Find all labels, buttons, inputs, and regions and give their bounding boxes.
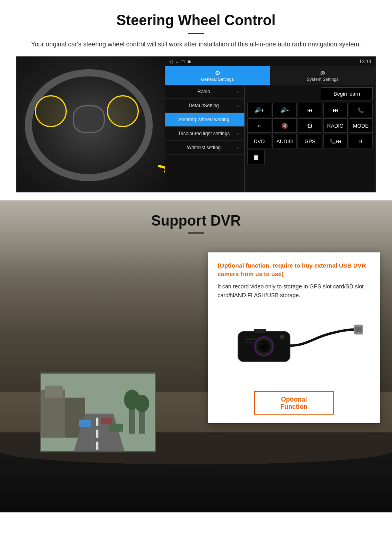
ctrl-back[interactable]: ↩ xyxy=(247,118,271,133)
dvr-info-card: (Optional function, require to buy exter… xyxy=(208,252,380,423)
tab-general-label: General Settings xyxy=(201,77,234,82)
ctrl-power[interactable]: ⏻ xyxy=(298,118,322,133)
dvr-optional-text: (Optional function, require to buy exter… xyxy=(218,261,370,278)
svg-rect-18 xyxy=(96,430,98,438)
svg-rect-19 xyxy=(96,442,98,450)
statusbar-nav-icons: ◁ ○ □ ■ xyxy=(169,59,191,64)
menu-item-steering-wheel[interactable]: Steering Wheel learning › xyxy=(165,113,244,127)
steering-wheel-section: Steering Wheel Control Your original car… xyxy=(0,0,392,200)
menu-icon: ■ xyxy=(188,59,191,64)
ctrl-dvd[interactable]: DVD xyxy=(247,134,271,148)
android-mockup: ◁ ○ □ ■ 13:13 ⚙ General Settings ⊛ Syste… xyxy=(16,56,376,192)
ctrl-next-track[interactable]: ⏭ xyxy=(323,103,347,117)
chevron-right-icon-5: › xyxy=(237,145,239,150)
svg-rect-10 xyxy=(245,338,257,340)
android-ui-panel: ◁ ○ □ ■ 13:13 ⚙ General Settings ⊛ Syste… xyxy=(165,57,375,192)
dvr-divider xyxy=(188,232,204,234)
svg-rect-22 xyxy=(109,424,123,432)
section1-subtitle: Your original car's steering wheel contr… xyxy=(24,40,368,49)
statusbar-clock: 13:13 xyxy=(359,59,371,64)
svg-point-9 xyxy=(280,335,284,339)
dvr-camera-illustration xyxy=(218,306,370,386)
tab-system-settings[interactable]: ⊛ System Settings xyxy=(270,66,375,85)
dashcam-footage-svg xyxy=(41,374,156,452)
svg-point-7 xyxy=(260,343,263,345)
svg-rect-1 xyxy=(355,327,362,332)
steering-control-panel: Begin learn 🔊+ 🔊- ⏮ ⏭ 📞 ↩ 🔇 ⏻ RADIO MODE xyxy=(245,85,375,192)
menu-whitelist-label: Whitelist setting xyxy=(170,145,237,150)
ctrl-vol-down[interactable]: 🔊- xyxy=(272,103,296,117)
ctrl-extra[interactable]: 📋 xyxy=(247,150,265,164)
recents-icon: □ xyxy=(182,59,184,64)
ctrl-radio[interactable]: RADIO xyxy=(323,118,347,133)
ctrl-phone-prev[interactable]: 📞⏮ xyxy=(323,134,347,148)
section1-title: Steering Wheel Control xyxy=(16,12,376,29)
callout-circle-left xyxy=(35,95,67,127)
chevron-right-icon: › xyxy=(237,89,239,94)
menu-defaultsetting-label: DefaultSetting xyxy=(170,103,237,108)
control-buttons-grid: 🔊+ 🔊- ⏮ ⏭ 📞 ↩ 🔇 ⏻ RADIO MODE DVD AUDIO G… xyxy=(247,103,373,148)
ctrl-vol-up[interactable]: 🔊+ xyxy=(247,103,271,117)
svg-rect-20 xyxy=(79,420,91,427)
ctrl-mode[interactable]: MODE xyxy=(349,118,373,133)
section1-divider xyxy=(188,33,204,34)
back-icon: ◁ xyxy=(169,59,172,64)
dvr-description: It can record video only to storage in G… xyxy=(218,282,370,300)
chevron-right-icon-3: › xyxy=(237,117,239,122)
steering-wheel-hub xyxy=(73,105,105,133)
tab-general-settings[interactable]: ⚙ General Settings xyxy=(165,66,270,85)
dvr-section: Support DVR (Optional function, require … xyxy=(0,200,392,512)
callout-circle-right xyxy=(107,95,139,127)
svg-rect-11 xyxy=(245,342,253,343)
ctrl-phone[interactable]: 📞 xyxy=(349,103,373,117)
ctrl-mute[interactable]: 🔇 xyxy=(272,118,296,133)
settings-content: Radio › DefaultSetting › Steering Wheel … xyxy=(165,85,375,192)
dvr-header: Support DVR xyxy=(0,200,392,239)
settings-menu-list: Radio › DefaultSetting › Steering Wheel … xyxy=(165,85,245,192)
menu-item-defaultsetting[interactable]: DefaultSetting › xyxy=(165,99,244,113)
chevron-right-icon-2: › xyxy=(237,103,239,108)
svg-rect-14 xyxy=(45,386,63,398)
tab-system-label: System Settings xyxy=(307,77,338,82)
menu-steering-label: Steering Wheel learning xyxy=(170,117,237,122)
ctrl-audio[interactable]: AUDIO xyxy=(272,134,296,148)
menu-item-tricoloured[interactable]: Tricoloured light settings › xyxy=(165,127,244,141)
svg-point-26 xyxy=(135,395,149,412)
svg-rect-3 xyxy=(254,329,266,333)
ctrl-gps[interactable]: GPS xyxy=(298,134,322,148)
menu-tricoloured-label: Tricoloured light settings xyxy=(170,131,237,136)
steering-wheel-photo xyxy=(17,57,165,192)
begin-learn-row: Begin learn xyxy=(247,87,373,100)
dashcam-footage-thumbnail xyxy=(40,372,156,452)
chevron-right-icon-4: › xyxy=(237,131,239,136)
dvr-camera-svg xyxy=(218,310,370,382)
gear-icon: ⚙ xyxy=(166,69,268,77)
ctrl-prev-track[interactable]: ⏮ xyxy=(298,103,322,117)
arrow-shape xyxy=(157,156,165,180)
ctrl-skip[interactable]: ⏸ xyxy=(349,134,373,148)
menu-radio-label: Radio xyxy=(170,89,237,94)
optional-function-button[interactable]: Optional Function xyxy=(254,391,334,415)
home-icon: ○ xyxy=(176,59,178,64)
android-statusbar: ◁ ○ □ ■ 13:13 xyxy=(165,57,375,66)
menu-item-whitelist[interactable]: Whitelist setting › xyxy=(165,141,244,155)
begin-learn-button[interactable]: Begin learn xyxy=(321,87,373,100)
svg-rect-17 xyxy=(96,418,98,426)
dvr-title: Support DVR xyxy=(16,212,376,229)
svg-rect-21 xyxy=(101,418,112,424)
menu-item-radio[interactable]: Radio › xyxy=(165,85,244,99)
settings-tabs: ⚙ General Settings ⊛ System Settings xyxy=(165,66,375,85)
system-icon: ⊛ xyxy=(272,69,374,77)
